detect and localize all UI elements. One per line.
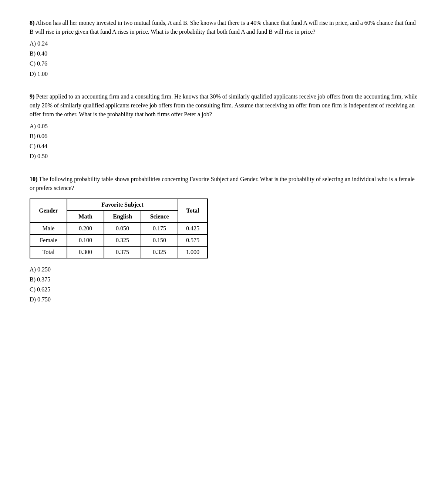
table-header-total: Total [178,199,208,223]
table-header-row-1: Gender Favorite Subject Total [30,199,208,211]
table-header-english: English [104,211,141,223]
q10-option-a: A) 0.250 [30,264,418,274]
question-8-options: A) 0.24 B) 0.40 C) 0.76 D) 1.00 [30,39,418,79]
table-row-total: Total 0.300 0.375 0.325 1.000 [30,246,208,258]
cell-total-english: 0.375 [104,246,141,258]
cell-female-gender: Female [30,234,67,246]
question-9-text: 9) Peter applied to an accounting firm a… [30,92,418,119]
q10-option-d: D) 0.750 [30,294,418,304]
q9-option-a: A) 0.05 [30,121,418,131]
q10-option-b: B) 0.375 [30,274,418,284]
table-row-female: Female 0.100 0.325 0.150 0.575 [30,234,208,246]
table-header-favorite-subject: Favorite Subject [67,199,178,211]
q9-option-d: D) 0.50 [30,151,418,161]
q8-option-a: A) 0.24 [30,39,418,49]
q9-option-b: B) 0.06 [30,131,418,141]
table-row-male: Male 0.200 0.050 0.175 0.425 [30,223,208,234]
question-9-block: 9) Peter applied to an accounting firm a… [30,92,418,161]
question-10-text: 10) The following probability table show… [30,175,418,193]
question-9-number: 9) [30,93,34,100]
question-10-block: 10) The following probability table show… [30,175,418,305]
question-8-number: 8) [30,20,34,26]
table-header-math: Math [67,211,104,223]
cell-male-science: 0.175 [141,223,178,234]
cell-male-english: 0.050 [104,223,141,234]
cell-total-total: 1.000 [178,246,208,258]
question-8-text: 8) Alison has all her money invested in … [30,19,418,36]
q9-option-c: C) 0.44 [30,141,418,151]
question-10-options: A) 0.250 B) 0.375 C) 0.625 D) 0.750 [30,264,418,305]
table-header-science: Science [141,211,178,223]
cell-total-science: 0.325 [141,246,178,258]
cell-male-total: 0.425 [178,223,208,234]
cell-total-math: 0.300 [67,246,104,258]
cell-female-math: 0.100 [67,234,104,246]
question-9-options: A) 0.05 B) 0.06 C) 0.44 D) 0.50 [30,121,418,161]
cell-female-total: 0.575 [178,234,208,246]
q10-option-c: C) 0.625 [30,284,418,294]
cell-total-gender: Total [30,246,67,258]
question-10-number: 10) [30,176,37,182]
cell-female-science: 0.150 [141,234,178,246]
q8-option-c: C) 0.76 [30,59,418,69]
table-header-gender: Gender [30,199,67,223]
question-8-block: 8) Alison has all her money invested in … [30,19,418,79]
probability-table: Gender Favorite Subject Total Math Engli… [30,198,208,258]
q8-option-b: B) 0.40 [30,49,418,59]
cell-male-math: 0.200 [67,223,104,234]
cell-male-gender: Male [30,223,67,234]
cell-female-english: 0.325 [104,234,141,246]
probability-table-container: Gender Favorite Subject Total Math Engli… [30,198,418,258]
q8-option-d: D) 1.00 [30,69,418,79]
